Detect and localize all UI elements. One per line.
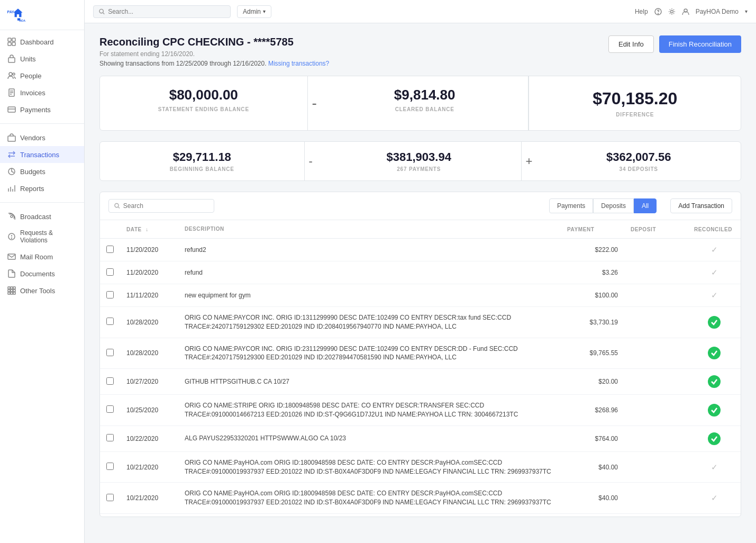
sidebar-item-vendors[interactable]: Vendors	[0, 129, 84, 146]
svg-rect-31	[8, 289, 10, 292]
row-date: 11/20/2020	[120, 239, 178, 261]
deposits-amount: $362,007.56	[549, 150, 728, 164]
filter-payments-button[interactable]: Payments	[549, 198, 593, 213]
sidebar-label-reports: Reports	[20, 185, 44, 193]
row-reconciled[interactable]: ✓	[688, 239, 741, 261]
user-icon[interactable]	[682, 8, 689, 15]
reconcile-badge[interactable]	[708, 347, 721, 359]
row-checkbox-cell[interactable]	[100, 483, 120, 514]
nav-group-secondary: Vendors Transactions Budgets Reports	[0, 126, 84, 200]
row-reconciled[interactable]: ✓	[688, 451, 741, 483]
reconcile-badge[interactable]	[708, 432, 721, 445]
filter-deposits-button[interactable]: Deposits	[593, 198, 634, 213]
help-icon[interactable]	[654, 8, 662, 15]
row-checkbox[interactable]	[106, 291, 114, 298]
sidebar-item-reports[interactable]: Reports	[0, 180, 84, 197]
reconcile-badge[interactable]	[708, 375, 721, 388]
sidebar-item-documents[interactable]: Documents	[0, 265, 84, 282]
table-row: 10/21/2020ORIG CO NAME:PayHOA.com ORIG I…	[100, 483, 741, 514]
row-checkbox[interactable]	[106, 246, 114, 253]
beginning-balance-amount: $29,711.18	[113, 150, 292, 164]
reconcile-check[interactable]: ✓	[711, 493, 718, 502]
user-label: PayHOA Demo	[696, 8, 739, 15]
row-reconciled[interactable]	[688, 395, 741, 426]
nav-group-tertiary: Broadcast Requests & Violations Mail Roo…	[0, 205, 84, 302]
col-header-reconciled: RECONCILED	[688, 220, 741, 239]
row-reconciled[interactable]	[688, 307, 741, 338]
nav-divider-2	[0, 202, 84, 203]
row-checkbox[interactable]	[106, 434, 114, 441]
sidebar-item-broadcast[interactable]: Broadcast	[0, 208, 84, 225]
reconcile-badge[interactable]	[708, 316, 721, 329]
sidebar-label-transactions: Transactions	[20, 151, 59, 159]
sidebar-item-mailroom[interactable]: Mail Room	[0, 248, 84, 265]
transactions-icon	[7, 150, 16, 159]
row-checkbox-cell[interactable]	[100, 426, 120, 451]
row-checkbox[interactable]	[106, 463, 114, 470]
admin-button[interactable]: Admin ▾	[237, 5, 271, 18]
sidebar-item-payments[interactable]: Payments	[0, 101, 84, 118]
row-checkbox-cell[interactable]	[100, 239, 120, 261]
svg-rect-35	[11, 292, 13, 294]
reconcile-check[interactable]: ✓	[711, 268, 718, 277]
requests-icon	[7, 232, 16, 241]
reconcile-badge[interactable]	[708, 404, 721, 417]
reconcile-check[interactable]: ✓	[711, 291, 718, 300]
add-transaction-button[interactable]: Add Transaction	[670, 198, 732, 213]
mailroom-icon	[7, 252, 16, 261]
row-checkbox-cell[interactable]	[100, 395, 120, 426]
row-reconciled[interactable]: ✓	[688, 284, 741, 307]
settings-icon[interactable]	[668, 8, 676, 15]
filter-all-button[interactable]: All	[634, 198, 657, 213]
sidebar-label-units: Units	[20, 55, 36, 63]
row-checkbox-cell[interactable]	[100, 307, 120, 338]
row-checkbox-cell[interactable]	[100, 451, 120, 483]
svg-rect-7	[12, 42, 15, 46]
search-input[interactable]	[108, 8, 225, 15]
sidebar-item-invoices[interactable]: Invoices	[0, 84, 84, 101]
row-date: 10/22/2020	[120, 426, 178, 451]
row-reconciled[interactable]: ✓	[688, 261, 741, 284]
row-checkbox[interactable]	[106, 318, 114, 325]
row-checkbox[interactable]	[106, 494, 114, 501]
sidebar-item-other-tools[interactable]: Other Tools	[0, 282, 84, 299]
row-reconciled[interactable]	[688, 369, 741, 395]
row-deposit	[624, 513, 688, 517]
sidebar-item-transactions[interactable]: Transactions	[0, 146, 84, 163]
row-checkbox[interactable]	[106, 349, 114, 356]
row-reconciled[interactable]: ✓	[688, 513, 741, 517]
row-checkbox-cell[interactable]	[100, 284, 120, 307]
row-checkbox[interactable]	[106, 268, 114, 276]
cleared-balance-amount: $9,814.80	[336, 87, 514, 103]
table-search[interactable]	[108, 199, 214, 213]
row-checkbox-cell[interactable]	[100, 369, 120, 395]
svg-rect-32	[11, 289, 13, 292]
row-reconciled[interactable]	[688, 338, 741, 369]
sidebar-item-requests[interactable]: Requests & Violations	[0, 225, 84, 248]
sidebar-item-people[interactable]: People	[0, 67, 84, 84]
row-checkbox[interactable]	[106, 405, 114, 413]
row-checkbox-cell[interactable]	[100, 513, 120, 517]
sidebar-item-budgets[interactable]: Budgets	[0, 163, 84, 180]
row-reconciled[interactable]: ✓	[688, 483, 741, 514]
table-search-input[interactable]	[123, 202, 208, 210]
row-checkbox-cell[interactable]	[100, 261, 120, 284]
row-checkbox[interactable]	[106, 377, 114, 385]
finish-reconciliation-button[interactable]: Finish Reconciliation	[659, 35, 741, 53]
col-header-date[interactable]: DATE ↓	[120, 220, 178, 239]
row-date: 10/28/2020	[120, 338, 178, 369]
row-reconciled[interactable]	[688, 426, 741, 451]
global-search[interactable]	[93, 5, 231, 18]
edit-info-button[interactable]: Edit Info	[608, 35, 654, 53]
sidebar-item-units[interactable]: Units	[0, 50, 84, 67]
row-checkbox-cell[interactable]	[100, 338, 120, 369]
col-header-description: DESCRIPTION	[178, 220, 561, 239]
svg-point-10	[13, 73, 15, 75]
reconcile-check[interactable]: ✓	[711, 245, 718, 254]
svg-point-43	[115, 203, 119, 207]
reconcile-check[interactable]: ✓	[711, 463, 718, 472]
col-header-payment: PAYMENT	[561, 220, 624, 239]
sidebar-item-dashboard[interactable]: Dashboard	[0, 33, 84, 50]
invoices-icon	[7, 88, 16, 97]
missing-transactions-link[interactable]: Missing transactions?	[268, 60, 329, 67]
